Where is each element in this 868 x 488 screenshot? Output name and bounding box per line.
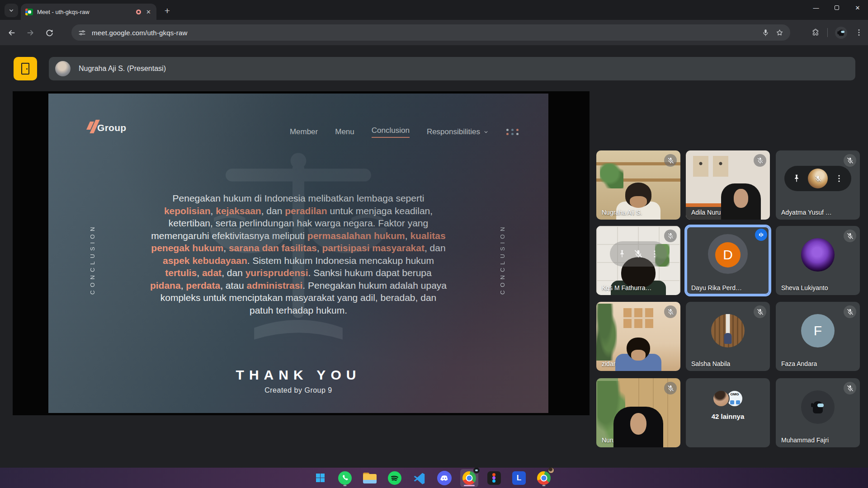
mic-muted-icon (844, 305, 856, 318)
meet-favicon-icon (25, 9, 33, 15)
forward-button[interactable] (23, 25, 38, 40)
more-participants-label: 42 lainnya (686, 413, 770, 420)
person-silhouette (721, 183, 761, 220)
mic-muted-icon (754, 154, 766, 167)
mic-off-icon (814, 175, 822, 183)
participant-tile[interactable]: Nurul Aisyah (596, 378, 680, 447)
reload-icon (45, 28, 54, 38)
person-silhouette (615, 354, 661, 371)
avatar (711, 314, 745, 347)
reload-button[interactable] (42, 25, 57, 40)
participant-name: Adila Nurul (691, 209, 722, 216)
spotify-app[interactable] (386, 469, 404, 487)
discord-app[interactable] (435, 469, 453, 487)
slide-side-label-left: CONCLUSION (89, 213, 96, 295)
logo-glyph-icon (87, 120, 99, 133)
participant-tile[interactable]: DDayu Rika Perd… (686, 226, 770, 295)
participant-tile[interactable]: zidan thorik (596, 302, 680, 371)
mic-muted-icon (844, 230, 856, 242)
url-text[interactable]: meet.google.com/uth-gkqs-raw (92, 29, 756, 37)
presenter-avatar (55, 61, 71, 76)
slide-paragraph: Penegakan hukum di Indonesia melibatkan … (149, 192, 448, 316)
participant-tile[interactable]: Muhammad Fajri (776, 378, 860, 447)
new-tab-button[interactable]: + (161, 5, 174, 17)
participant-name: Sheva Lukiyanto (781, 284, 828, 291)
meet-page: Nugraha Aji S. (Presentasi) (0, 45, 868, 468)
back-button[interactable] (4, 25, 19, 40)
more-participants-avatars: OMG (686, 390, 770, 407)
participant-tile[interactable]: Salsha Nabila (686, 302, 770, 371)
participant-tile[interactable]: Kgs M Fathurra… (596, 226, 680, 295)
back-icon (7, 28, 16, 38)
slide-credit: Created by Group 9 (48, 386, 548, 394)
door-icon (21, 63, 29, 75)
taskbar-apps: L (311, 468, 553, 488)
close-button[interactable]: ✕ (847, 0, 868, 15)
figma-icon (487, 471, 501, 485)
browser-profile-avatar[interactable] (835, 27, 847, 39)
person-silhouette (613, 407, 663, 447)
extensions-icon[interactable] (811, 28, 820, 37)
presentation-slide: Group MemberMenuConclusionResponsibiliti… (48, 94, 548, 413)
tile-hover-controls[interactable] (610, 241, 667, 267)
mic-muted-icon (844, 382, 856, 394)
browser-tab[interactable]: Meet - uth-gkqs-raw ✕ (21, 4, 156, 20)
more-options-icon[interactable] (650, 249, 660, 259)
vscode-app[interactable] (410, 469, 429, 487)
minimize-button[interactable]: — (806, 0, 826, 15)
tile-hover-controls[interactable] (784, 166, 851, 191)
participant-tile[interactable]: FFaza Andara (776, 302, 860, 371)
participant-tile[interactable]: Sheva Lukiyanto (776, 226, 860, 295)
more-options-icon[interactable] (834, 174, 844, 183)
participant-tile[interactable]: Adila Nurul (686, 150, 770, 220)
chrome-app[interactable] (460, 469, 478, 487)
slide-thank-you: THANK YOU (48, 367, 548, 383)
tab-close-button[interactable]: ✕ (145, 8, 152, 16)
toolbar-divider (827, 28, 828, 37)
forward-icon (26, 28, 35, 38)
slide-nav: MemberMenuConclusionResponsibilities (290, 126, 519, 138)
participant-name: Nugraha Aji S. (602, 209, 642, 216)
l-app[interactable]: L (510, 469, 528, 487)
avatar: D (715, 242, 741, 267)
profile-badge (473, 467, 480, 474)
slide-nav-responsibilities[interactable]: Responsibilities (427, 127, 489, 136)
slide-nav-member[interactable]: Member (290, 127, 318, 136)
maximize-button[interactable] (826, 0, 847, 15)
logo-text: Group (97, 122, 127, 133)
figma-app[interactable] (485, 469, 503, 487)
mic-muted-icon (664, 305, 677, 318)
slide-nav-menu[interactable]: Menu (335, 127, 354, 136)
presenter-name: Nugraha Aji S. (Presentasi) (79, 65, 166, 73)
chrome-icon (537, 471, 551, 485)
screen: Meet - uth-gkqs-raw ✕ + — ✕ meet.google.… (0, 0, 868, 488)
bookmark-icon[interactable] (775, 28, 784, 37)
avatar (801, 238, 835, 272)
browser-titlebar: Meet - uth-gkqs-raw ✕ + — ✕ (0, 0, 868, 20)
pin-icon[interactable] (617, 249, 627, 259)
site-settings-icon[interactable] (78, 28, 86, 37)
nav-dots-icon[interactable] (506, 129, 519, 135)
vscode-icon (413, 471, 426, 485)
address-bar[interactable]: meet.google.com/uth-gkqs-raw (71, 24, 790, 41)
presentation-stage: Group MemberMenuConclusionResponsibiliti… (13, 91, 590, 415)
l-app-icon: L (512, 471, 526, 485)
participant-name: Adyatma Yusuf … (781, 209, 832, 216)
participant-tile[interactable]: Adyatma Yusuf … (776, 150, 860, 220)
presentation-app-badge (14, 57, 37, 80)
start-button[interactable] (311, 469, 329, 487)
browser-toolbar: meet.google.com/uth-gkqs-raw (0, 20, 868, 45)
tab-search-button[interactable] (5, 4, 18, 17)
file-explorer-app[interactable] (361, 469, 379, 487)
voice-search-icon[interactable] (761, 28, 770, 37)
slide-nav-conclusion[interactable]: Conclusion (372, 126, 410, 138)
pin-icon[interactable] (792, 174, 802, 183)
windows-start-icon (316, 474, 325, 482)
chrome-profile2-app[interactable] (535, 469, 553, 487)
avatar: F (801, 314, 835, 347)
whatsapp-app[interactable] (336, 469, 354, 487)
browser-menu-icon[interactable] (854, 28, 863, 37)
participant-tile[interactable]: OMG42 lainnya (686, 378, 770, 447)
participant-tile[interactable]: Nugraha Aji S. (596, 150, 680, 220)
chrome-icon (462, 471, 476, 485)
